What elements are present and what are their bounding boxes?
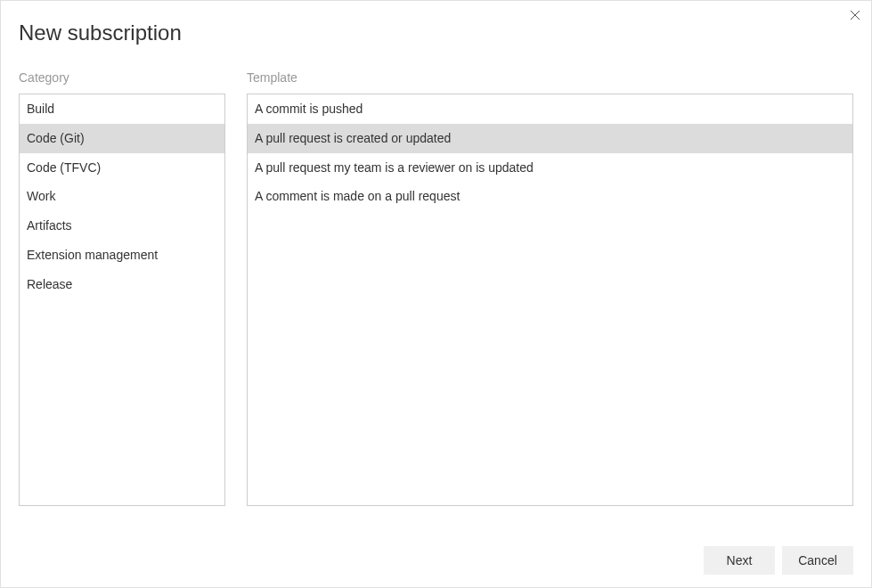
new-subscription-dialog: New subscription Category Build Code (Gi… [0,0,872,588]
dialog-title: New subscription [1,1,871,45]
template-item-pr-created-updated[interactable]: A pull request is created or updated [248,124,852,153]
next-button[interactable]: Next [704,546,775,575]
cancel-button[interactable]: Cancel [782,546,853,575]
close-button[interactable] [846,6,864,24]
category-item-work[interactable]: Work [20,182,224,211]
category-item-release[interactable]: Release [20,270,224,299]
dialog-content: Category Build Code (Git) Code (TFVC) Wo… [1,45,871,506]
category-item-build[interactable]: Build [20,94,224,124]
category-column: Category Build Code (Git) Code (TFVC) Wo… [19,70,225,506]
template-item-pr-comment[interactable]: A comment is made on a pull request [248,182,852,211]
template-label: Template [247,70,853,85]
category-label: Category [19,70,225,85]
template-column: Template A commit is pushed A pull reque… [247,70,853,506]
category-item-code-git[interactable]: Code (Git) [20,124,224,153]
template-item-commit-pushed[interactable]: A commit is pushed [248,94,852,124]
close-icon [850,10,860,20]
category-item-extension-management[interactable]: Extension management [20,241,224,270]
dialog-footer: Next Cancel [1,506,871,587]
category-item-code-tfvc[interactable]: Code (TFVC) [20,153,224,183]
category-item-artifacts[interactable]: Artifacts [20,211,224,241]
template-listbox[interactable]: A commit is pushed A pull request is cre… [247,94,853,506]
template-item-pr-team-reviewer-updated[interactable]: A pull request my team is a reviewer on … [248,153,852,183]
category-listbox[interactable]: Build Code (Git) Code (TFVC) Work Artifa… [19,94,225,506]
